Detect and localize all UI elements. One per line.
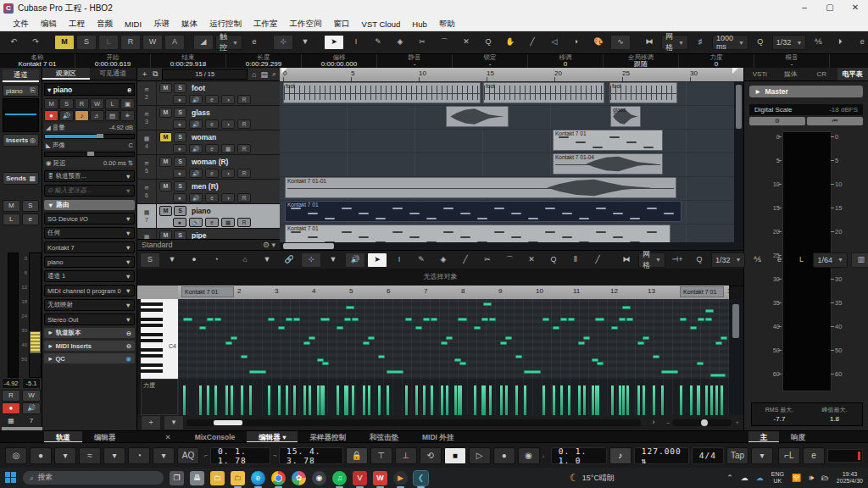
velocity-bar[interactable] (286, 385, 288, 415)
velocity-bar[interactable] (705, 385, 708, 415)
zoom-tool[interactable]: Q (478, 35, 498, 50)
length-quantize-icon[interactable]: L (791, 252, 811, 268)
slider-knob[interactable] (87, 152, 94, 156)
track-filter-icon[interactable]: ▤ (260, 70, 268, 79)
midi-note[interactable] (337, 326, 343, 330)
velocity-bar[interactable] (643, 385, 645, 415)
snap-type-dropdown[interactable]: 网格▼ (661, 35, 688, 50)
velocity-bar[interactable] (515, 385, 518, 415)
velocity-bar[interactable] (225, 385, 228, 415)
midi-note[interactable] (560, 318, 567, 321)
inspector-s-button[interactable]: S (59, 98, 74, 109)
pan-slider[interactable] (44, 152, 135, 157)
input-channel-dropdown[interactable]: 任何▼ (44, 227, 135, 239)
midi-note[interactable] (500, 341, 507, 345)
automation-panel-icon[interactable]: ◢ (193, 35, 214, 50)
freeze-icon[interactable]: ▤ (105, 110, 120, 121)
lower-zone-tab-编辑器[interactable]: 编辑器 ▾ (247, 431, 298, 443)
right-tab-媒体[interactable]: 媒体 (776, 68, 807, 80)
mute-button[interactable]: M (159, 157, 172, 167)
chevron-down-icon[interactable]: ▾ (103, 447, 125, 464)
black-key[interactable] (141, 354, 163, 358)
snap-icon[interactable]: ⧓ (616, 252, 637, 268)
midi-program-dropdown[interactable]: MIDI channel 0 program 0▼ (44, 285, 135, 297)
add-track-button[interactable]: ＋ (141, 69, 148, 80)
click-button[interactable]: ⌐L (778, 447, 800, 464)
velocity-bar[interactable] (459, 385, 462, 415)
read-button[interactable]: R (237, 193, 251, 202)
constrain-delay-icon[interactable]: ◎ (5, 447, 27, 464)
mute-tool[interactable]: ✕ (521, 252, 542, 268)
midi-note[interactable] (542, 318, 549, 321)
velocity-bar[interactable] (363, 385, 365, 415)
midi-note[interactable] (505, 336, 512, 340)
midi-note[interactable] (268, 318, 275, 321)
menu-item-工作室[interactable]: 工作室 (248, 19, 284, 30)
velocity-bar[interactable] (199, 385, 202, 415)
velocity-bar[interactable] (619, 385, 621, 415)
midi-note[interactable] (553, 326, 559, 330)
record-mode-icon[interactable]: ● (30, 447, 52, 464)
velocity-bar[interactable] (387, 385, 389, 415)
inspector-m-button[interactable]: M (44, 98, 58, 109)
step-input-icon[interactable]: ▥ (851, 252, 868, 268)
taskbar-icon-edge[interactable]: e (251, 471, 265, 485)
color-menu-icon[interactable]: 🎨 (588, 35, 609, 50)
lane-select-button[interactable]: ▾ (164, 415, 184, 430)
chevron-down-icon[interactable]: ▾ (751, 447, 773, 464)
velocity-bar[interactable] (378, 385, 381, 415)
inspector-tab-观测区[interactable]: 观测区 (42, 68, 90, 80)
output-button[interactable]: ▦ (221, 144, 235, 153)
taskbar-search[interactable]: ⌕搜索 (23, 471, 164, 485)
punch-out-icon[interactable]: ⊥ (395, 447, 417, 464)
record-enable-button[interactable]: ● (173, 119, 186, 129)
tempo-display[interactable]: 127.000 ⇅ (634, 447, 689, 464)
info-结束[interactable]: 结束0:00:29.918 (151, 54, 226, 68)
section-MIDI Inserts[interactable]: ► MIDI Inserts⊖ (44, 341, 135, 351)
erase-tool[interactable]: ◈ (390, 35, 410, 50)
output-bus-dropdown[interactable]: Stereo Out▼ (44, 313, 135, 325)
input-gain-icon[interactable]: ♬ (90, 110, 104, 121)
meter-tab-主[interactable]: 主 (748, 431, 780, 443)
length-quantize-dropdown[interactable]: 1/64▼ (813, 252, 847, 268)
left-locator-display[interactable]: 0. 1. 1. 78 (210, 447, 270, 464)
midi-note-icon[interactable]: ♪ (75, 110, 89, 121)
lower-zone-tab-和弦击垫[interactable]: 和弦击垫 (358, 431, 410, 443)
menu-item-音频[interactable]: 音频 (91, 19, 119, 30)
velocity-bar[interactable] (268, 385, 270, 415)
record-enable-button[interactable]: ● (173, 218, 186, 227)
midi-note[interactable] (344, 318, 351, 321)
event-foot[interactable]: foot (609, 82, 677, 103)
midi-note[interactable] (441, 341, 448, 345)
taskbar-icon-wps[interactable]: W (373, 471, 387, 485)
info-力度[interactable]: 力度0 (679, 54, 754, 68)
zoom-slider-handle[interactable] (701, 419, 708, 426)
solo-editor-button[interactable]: S (140, 252, 160, 268)
midi-note[interactable] (241, 355, 248, 358)
velocity-bar[interactable] (578, 385, 581, 415)
midi-note[interactable] (705, 309, 714, 313)
track-row-woman (R)[interactable]: ≋5MSwoman (R)●🔊e◑R (137, 155, 280, 180)
click-settings-icon[interactable]: e (803, 447, 825, 464)
grid-relative-icon[interactable]: ⊣+ (667, 252, 687, 268)
midi-note[interactable] (405, 318, 412, 321)
midi-note[interactable] (515, 355, 522, 358)
mute-button[interactable]: M (159, 132, 172, 142)
velocity-bar[interactable] (637, 385, 640, 415)
quantize-dropdown[interactable]: 1/32▼ (772, 35, 806, 50)
velocity-bar[interactable] (415, 385, 418, 415)
auto-scroll-icon[interactable]: ⊹ (273, 35, 293, 50)
right-tab-电平表[interactable]: 电平表 (837, 68, 868, 80)
midi-note[interactable] (352, 318, 359, 321)
velocity-bar[interactable] (592, 385, 594, 415)
meter-reset-button[interactable]: ⏮ (807, 117, 863, 125)
draw-tool[interactable]: ✎ (411, 252, 431, 268)
read-button[interactable]: R (237, 119, 251, 129)
channel-listen-button[interactable]: L (3, 214, 20, 225)
automation-r-button[interactable]: R (120, 35, 141, 50)
midi-note[interactable] (278, 326, 285, 330)
cloud-icon[interactable]: ☁ (741, 474, 748, 482)
menu-item-帮助[interactable]: 帮助 (433, 19, 461, 30)
velocity-bar[interactable] (690, 385, 693, 415)
left-locator-icon[interactable]: ⌐ (204, 452, 208, 458)
